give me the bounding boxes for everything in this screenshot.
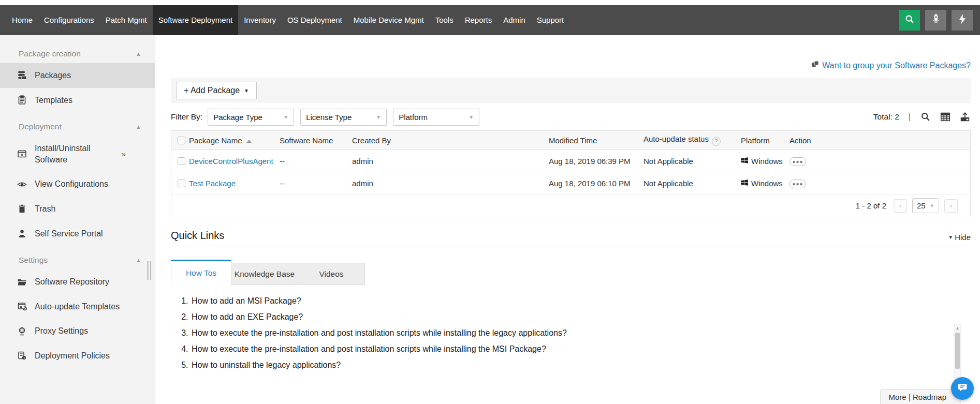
- sidebar-item-auto-update-templates[interactable]: Auto-update Templates: [0, 294, 155, 319]
- nav-item-support[interactable]: Support: [531, 5, 570, 35]
- nav-items: Home Configurations Patch Mgmt Software …: [0, 5, 899, 35]
- how-to-link[interactable]: How to execute the pre-installation and …: [191, 345, 950, 361]
- help-icon[interactable]: ?: [712, 137, 721, 146]
- select-all-checkbox[interactable]: [178, 137, 185, 144]
- row-actions-button[interactable]: ●●●: [789, 179, 806, 188]
- column-header-software-name[interactable]: Software Name: [280, 136, 352, 145]
- column-header-modified-time[interactable]: Modified Time: [549, 136, 643, 145]
- sidebar-item-label: Self Service Portal: [35, 228, 103, 240]
- table-row: Test Package -- admin Aug 18, 2019 06:10…: [171, 172, 970, 194]
- nav-item-mobile-device-mgmt[interactable]: Mobile Device Mgmt: [348, 5, 430, 35]
- chevron-up-icon: ▲: [136, 124, 141, 130]
- add-package-button[interactable]: + Add Package ▼: [176, 82, 257, 99]
- software-name-cell: --: [280, 179, 352, 188]
- sidebar-item-packages[interactable]: Packages: [0, 63, 155, 88]
- table-search-icon[interactable]: [920, 111, 931, 123]
- license-type-dropdown[interactable]: License Type ▼: [300, 109, 387, 126]
- platform-value: Platform: [399, 113, 428, 122]
- how-to-link[interactable]: How to uninstall the legacy applications…: [191, 361, 950, 375]
- column-header-action: Action: [789, 136, 970, 145]
- page-size-dropdown[interactable]: 25 ▼: [912, 198, 939, 213]
- tab-videos[interactable]: Videos: [298, 263, 365, 285]
- platform-cell: Windows: [751, 179, 783, 188]
- column-header-created-by[interactable]: Created By: [352, 136, 549, 145]
- globe-icon: [17, 326, 27, 336]
- auto-update-icon: [17, 302, 27, 311]
- quick-actions-button[interactable]: [952, 10, 973, 31]
- chevron-up-icon: ▲: [136, 51, 141, 57]
- getting-started-button[interactable]: [925, 10, 946, 31]
- pagination-bar: 1 - 2 of 2 ‹ 25 ▼ ›: [171, 194, 970, 217]
- nav-item-software-deployment[interactable]: Software Deployment: [153, 5, 238, 35]
- roadmap-link[interactable]: Roadmap: [913, 393, 946, 401]
- column-chooser-icon[interactable]: [940, 111, 951, 123]
- chevron-up-icon: ▲: [136, 257, 141, 263]
- platform-dropdown[interactable]: Platform ▼: [393, 109, 479, 126]
- scroll-up-icon[interactable]: ▲: [955, 324, 960, 332]
- nav-item-os-deployment[interactable]: OS Deployment: [282, 5, 348, 35]
- sidebar-item-proxy-settings[interactable]: Proxy Settings: [0, 319, 155, 343]
- table-header-row: Package Name Software Name Created By Mo…: [171, 131, 970, 150]
- tab-how-tos[interactable]: How Tos: [171, 260, 231, 285]
- auto-update-status-cell: Not Applicable: [643, 157, 741, 166]
- nav-item-home[interactable]: Home: [6, 5, 38, 35]
- license-type-value: License Type: [306, 113, 352, 122]
- search-button[interactable]: [899, 10, 920, 31]
- created-by-cell: admin: [352, 157, 549, 166]
- modified-time-cell: Aug 18, 2019 06:39 PM: [549, 157, 643, 166]
- install-icon: [17, 149, 27, 159]
- how-tos-list: How to add an MSI Package? How to add an…: [191, 296, 950, 375]
- live-chat-button[interactable]: [951, 377, 974, 400]
- nav-item-inventory[interactable]: Inventory: [238, 5, 282, 35]
- scrollbar-thumb[interactable]: [955, 333, 960, 369]
- how-to-link[interactable]: How to add an EXE Package?: [191, 312, 950, 328]
- package-type-dropdown[interactable]: Package Type ▼: [208, 109, 294, 126]
- export-icon[interactable]: [959, 111, 971, 123]
- hide-quick-links-button[interactable]: ▼ Hide: [948, 233, 971, 242]
- created-by-cell: admin: [352, 179, 549, 188]
- packages-icon: [17, 70, 27, 80]
- column-header-package-name[interactable]: Package Name: [189, 136, 280, 145]
- chevron-down-icon: ▼: [930, 203, 934, 208]
- column-header-auto-update-status[interactable]: Auto-update status?: [643, 134, 741, 146]
- nav-item-admin[interactable]: Admin: [498, 5, 531, 35]
- sidebar-item-self-service-portal[interactable]: Self Service Portal: [0, 221, 155, 246]
- how-to-link[interactable]: How to add an MSI Package?: [191, 296, 950, 312]
- lightning-bolt-icon: [957, 13, 968, 27]
- top-navbar: Home Configurations Patch Mgmt Software …: [0, 5, 980, 35]
- group-packages-link[interactable]: Want to group your Software Packages?: [811, 61, 971, 70]
- next-page-button[interactable]: ›: [944, 199, 958, 213]
- group-packages-icon: [811, 61, 819, 70]
- column-header-platform[interactable]: Platform: [741, 136, 789, 145]
- folder-icon: [17, 277, 27, 287]
- sidebar-item-trash[interactable]: Trash: [0, 197, 155, 221]
- row-checkbox[interactable]: [178, 157, 185, 165]
- tab-knowledge-base[interactable]: Knowledge Base: [231, 263, 298, 285]
- nav-item-tools[interactable]: Tools: [430, 5, 459, 35]
- nav-item-reports[interactable]: Reports: [459, 5, 498, 35]
- sidebar-item-deployment-policies[interactable]: Deployment Policies: [0, 343, 155, 368]
- sidebar-section-deployment[interactable]: Deployment ▲: [0, 112, 155, 136]
- more-link[interactable]: More: [889, 393, 906, 401]
- modified-time-cell: Aug 18, 2019 06:10 PM: [549, 179, 643, 188]
- chevron-down-icon: ▼: [469, 114, 474, 120]
- quick-links-title: Quick Links: [171, 230, 224, 242]
- row-actions-button[interactable]: ●●●: [789, 157, 806, 166]
- nav-item-patch-mgmt[interactable]: Patch Mgmt: [100, 5, 153, 35]
- sidebar-item-install-uninstall-software[interactable]: Install/Uninstall Software »: [0, 136, 137, 172]
- sidebar-item-view-configurations[interactable]: View Configurations: [0, 172, 155, 197]
- package-name-link[interactable]: Test Package: [189, 179, 236, 188]
- nav-item-configurations[interactable]: Configurations: [38, 5, 100, 35]
- sidebar-section-settings[interactable]: Settings ▲: [0, 246, 155, 270]
- how-to-link[interactable]: How to execute the pre-installation and …: [191, 328, 950, 345]
- nav-icon-group: [899, 5, 980, 35]
- sidebar-item-label: Auto-update Templates: [35, 301, 120, 312]
- previous-page-button[interactable]: ‹: [894, 199, 907, 213]
- sidebar-item-software-repository[interactable]: Software Repository: [0, 270, 155, 294]
- row-checkbox[interactable]: [178, 179, 185, 187]
- package-name-link[interactable]: DeviceControlPlusAgent: [189, 157, 273, 166]
- sidebar-item-templates[interactable]: Templates: [0, 88, 155, 113]
- eye-icon: [17, 179, 27, 189]
- sidebar-section-package-creation[interactable]: Package creation ▲: [0, 39, 155, 63]
- sidebar-resize-grip[interactable]: [147, 261, 151, 280]
